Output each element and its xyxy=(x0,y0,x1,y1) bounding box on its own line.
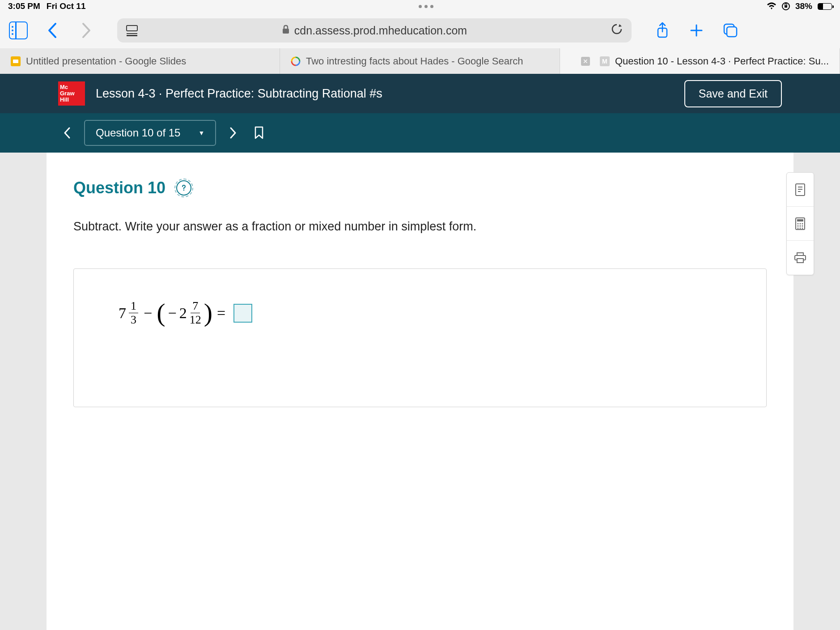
svg-point-25 xyxy=(802,227,803,229)
battery-percentage: 38% xyxy=(795,1,812,11)
question-content: Question 10 Subtract. Write your answer … xyxy=(47,153,793,630)
tab-google-search[interactable]: Two intresting facts about Hades - Googl… xyxy=(280,48,560,74)
lock-icon xyxy=(282,24,290,37)
eq-fraction-1: 1 3 xyxy=(129,300,138,326)
question-instruction: Subtract. Write your answer as a fractio… xyxy=(73,220,767,234)
svg-point-18 xyxy=(800,223,801,224)
question-selector-label: Question 10 of 15 xyxy=(96,127,180,139)
eq-equals: = xyxy=(217,305,225,322)
svg-rect-16 xyxy=(797,219,803,221)
svg-point-20 xyxy=(798,225,799,226)
status-time: 3:05 PM xyxy=(8,1,40,11)
url-text: cdn.assess.prod.mheducation.com xyxy=(294,24,467,37)
print-tool-button[interactable] xyxy=(787,241,814,275)
tab-google-slides[interactable]: Untitled presentation - Google Slides xyxy=(0,48,280,74)
slides-icon xyxy=(11,56,21,66)
svg-rect-28 xyxy=(797,259,803,263)
multitask-dots[interactable] xyxy=(419,5,433,8)
mcgraw-hill-logo: Mc Graw Hill xyxy=(58,81,85,106)
svg-rect-2 xyxy=(283,29,289,34)
tabs-button[interactable] xyxy=(721,21,740,40)
bookmark-button[interactable] xyxy=(250,124,268,142)
open-paren: ( xyxy=(157,302,165,323)
reload-button[interactable] xyxy=(611,23,623,38)
new-tab-button[interactable] xyxy=(687,21,706,40)
svg-point-24 xyxy=(800,227,801,229)
tab-label: Untitled presentation - Google Slides xyxy=(26,55,186,67)
orientation-lock-icon xyxy=(781,1,791,11)
chevron-down-icon: ▼ xyxy=(198,129,204,136)
tab-question-active[interactable]: ✕ M Question 10 - Lesson 4-3 · Perfect P… xyxy=(560,48,840,74)
answer-input[interactable] xyxy=(233,304,252,323)
tab-label: Question 10 - Lesson 4-3 · Perfect Pract… xyxy=(615,55,829,67)
left-gutter xyxy=(0,153,47,630)
save-and-exit-button[interactable]: Save and Exit xyxy=(684,80,782,107)
svg-rect-5 xyxy=(727,27,737,37)
status-date: Fri Oct 11 xyxy=(47,1,86,11)
share-button[interactable] xyxy=(653,21,672,40)
svg-point-17 xyxy=(798,223,799,224)
back-button[interactable] xyxy=(43,21,62,40)
app-header: Mc Graw Hill Lesson 4-3 · Perfect Practi… xyxy=(0,74,840,113)
sidebar-toggle-button[interactable] xyxy=(9,21,28,40)
browser-tabs: Untitled presentation - Google Slides Tw… xyxy=(0,48,840,74)
math-problem-box: 7 1 3 − ( − 2 7 12 ) = xyxy=(73,268,767,407)
wifi-icon xyxy=(767,1,776,11)
svg-rect-1 xyxy=(785,5,787,8)
question-selector[interactable]: Question 10 of 15 ▼ xyxy=(84,120,216,146)
safari-toolbar: cdn.assess.prod.mheducation.com xyxy=(0,13,840,48)
close-icon[interactable]: ✕ xyxy=(581,57,590,66)
ipad-status-bar: 3:05 PM Fri Oct 11 38% xyxy=(0,0,840,13)
svg-point-22 xyxy=(802,225,803,226)
svg-point-21 xyxy=(800,225,801,226)
question-title: Question 10 xyxy=(73,179,165,197)
next-question-button[interactable] xyxy=(224,124,242,142)
eq-fraction-2: 7 12 xyxy=(190,300,201,326)
svg-point-23 xyxy=(798,227,799,229)
calculator-tool-button[interactable] xyxy=(787,207,814,241)
notes-tool-button[interactable] xyxy=(787,173,814,207)
svg-point-19 xyxy=(802,223,803,224)
eq-minus: − xyxy=(144,305,152,322)
lesson-title: Lesson 4-3 · Perfect Practice: Subtracti… xyxy=(96,87,382,101)
eq-whole-1: 7 xyxy=(119,305,126,322)
eq-whole-2: 2 xyxy=(179,305,187,322)
svg-point-10 xyxy=(183,190,184,191)
equation: 7 1 3 − ( − 2 7 12 ) = xyxy=(119,300,721,326)
reader-button[interactable] xyxy=(126,25,138,36)
url-bar[interactable]: cdn.assess.prod.mheducation.com xyxy=(117,18,632,43)
prev-question-button[interactable] xyxy=(58,124,76,142)
help-icon[interactable] xyxy=(176,180,191,196)
battery-icon xyxy=(818,3,832,10)
tool-panel xyxy=(786,172,814,275)
eq-negative: − xyxy=(168,305,177,322)
mheducation-icon: M xyxy=(600,56,610,66)
forward-button[interactable] xyxy=(77,21,96,40)
close-paren: ) xyxy=(204,302,212,323)
google-icon xyxy=(291,56,301,66)
question-nav: Question 10 of 15 ▼ xyxy=(0,113,840,153)
tab-label: Two intresting facts about Hades - Googl… xyxy=(306,55,523,67)
